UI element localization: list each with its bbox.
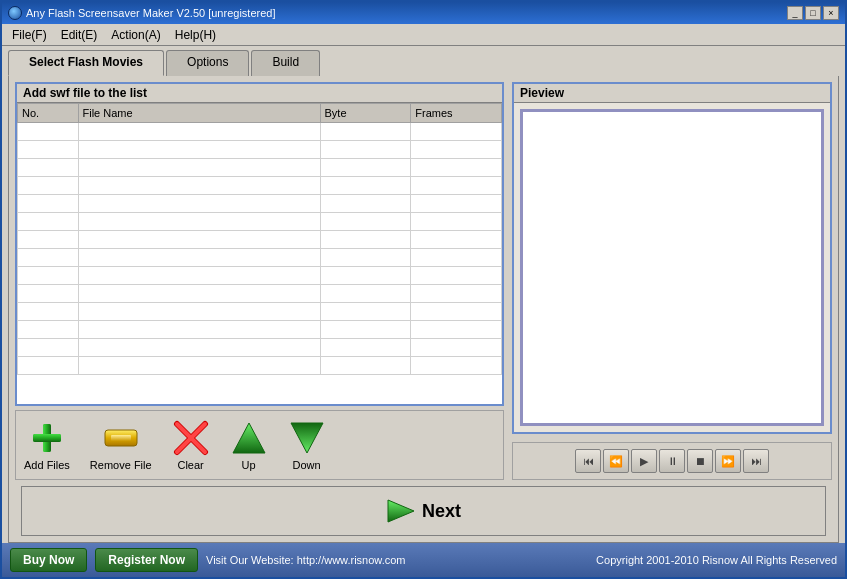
table-row xyxy=(18,357,502,375)
pause-button[interactable]: ⏸ xyxy=(659,449,685,473)
add-icon xyxy=(28,419,66,457)
buy-now-button[interactable]: Buy Now xyxy=(10,548,87,572)
svg-rect-5 xyxy=(111,435,131,441)
menu-help[interactable]: Help(H) xyxy=(169,26,222,44)
up-icon xyxy=(230,419,268,457)
col-frames: Frames xyxy=(411,104,502,123)
up-button[interactable]: Up xyxy=(230,419,268,471)
minimize-button[interactable]: _ xyxy=(787,6,803,20)
clear-label: Clear xyxy=(177,459,203,471)
col-filename: File Name xyxy=(78,104,320,123)
rewind-button[interactable]: ⏪ xyxy=(603,449,629,473)
table-row xyxy=(18,231,502,249)
preview-canvas xyxy=(520,109,824,426)
next-area: Next xyxy=(21,486,826,536)
first-button[interactable]: ⏮ xyxy=(575,449,601,473)
down-label: Down xyxy=(293,459,321,471)
action-buttons: Add Files xyxy=(15,410,504,480)
table-row xyxy=(18,213,502,231)
menu-action[interactable]: Action(A) xyxy=(105,26,166,44)
title-bar-text: Any Flash Screensaver Maker V2.50 [unreg… xyxy=(26,7,275,19)
fast-forward-button[interactable]: ⏩ xyxy=(715,449,741,473)
right-panel: Pieview ⏮ ⏪ ▶ ⏸ ⏹ ⏩ ⏭ xyxy=(512,82,832,480)
menu-file[interactable]: File(F) xyxy=(6,26,53,44)
title-bar-left: Any Flash Screensaver Maker V2.50 [unreg… xyxy=(8,6,275,20)
table-row xyxy=(18,141,502,159)
preview-group: Pieview xyxy=(512,82,832,434)
table-row xyxy=(18,321,502,339)
tab-select-flash-movies[interactable]: Select Flash Movies xyxy=(8,50,164,76)
panels-wrapper: Add swf file to the list No. File Name B… xyxy=(15,82,832,480)
tab-build[interactable]: Build xyxy=(251,50,320,76)
close-button[interactable]: × xyxy=(823,6,839,20)
add-files-button[interactable]: Add Files xyxy=(24,419,70,471)
clear-icon xyxy=(172,419,210,457)
file-table: No. File Name Byte Frames xyxy=(17,103,502,404)
next-arrow-icon xyxy=(386,497,418,525)
left-panel: Add swf file to the list No. File Name B… xyxy=(15,82,504,480)
title-bar: Any Flash Screensaver Maker V2.50 [unreg… xyxy=(2,2,845,24)
table-row xyxy=(18,303,502,321)
table-row xyxy=(18,123,502,141)
table-row xyxy=(18,195,502,213)
svg-marker-12 xyxy=(388,500,414,522)
stop-button[interactable]: ⏹ xyxy=(687,449,713,473)
app-window: Any Flash Screensaver Maker V2.50 [unreg… xyxy=(0,0,847,579)
file-list-body xyxy=(18,123,502,375)
title-bar-controls: _ □ × xyxy=(787,6,839,20)
playback-controls: ⏮ ⏪ ▶ ⏸ ⏹ ⏩ ⏭ xyxy=(512,442,832,480)
tab-content: Add swf file to the list No. File Name B… xyxy=(8,76,839,543)
down-icon xyxy=(288,419,326,457)
remove-icon xyxy=(102,419,140,457)
svg-rect-3 xyxy=(33,434,61,442)
remove-file-button[interactable]: Remove File xyxy=(90,419,152,471)
table-row xyxy=(18,159,502,177)
play-button[interactable]: ▶ xyxy=(631,449,657,473)
swf-group-title: Add swf file to the list xyxy=(17,84,502,103)
file-list-table: No. File Name Byte Frames xyxy=(17,103,502,375)
table-row xyxy=(18,339,502,357)
footer-website: Visit Our Website: http://www.risnow.com xyxy=(206,554,588,566)
table-row xyxy=(18,177,502,195)
clear-button[interactable]: Clear xyxy=(172,419,210,471)
maximize-button[interactable]: □ xyxy=(805,6,821,20)
svg-marker-11 xyxy=(291,423,323,453)
up-label: Up xyxy=(242,459,256,471)
register-now-button[interactable]: Register Now xyxy=(95,548,198,572)
svg-marker-10 xyxy=(233,423,265,453)
table-row xyxy=(18,285,502,303)
app-body: Select Flash Movies Options Build Add sw… xyxy=(2,46,845,543)
menu-edit[interactable]: Edit(E) xyxy=(55,26,104,44)
next-button[interactable]: Next xyxy=(386,497,461,525)
tab-options[interactable]: Options xyxy=(166,50,249,76)
table-row xyxy=(18,249,502,267)
add-files-label: Add Files xyxy=(24,459,70,471)
table-row xyxy=(18,267,502,285)
menu-bar: File(F) Edit(E) Action(A) Help(H) xyxy=(2,24,845,46)
remove-file-label: Remove File xyxy=(90,459,152,471)
swf-group: Add swf file to the list No. File Name B… xyxy=(15,82,504,406)
col-byte: Byte xyxy=(320,104,411,123)
down-button[interactable]: Down xyxy=(288,419,326,471)
col-no: No. xyxy=(18,104,79,123)
app-icon xyxy=(8,6,22,20)
preview-title: Pieview xyxy=(514,84,830,103)
footer: Buy Now Register Now Visit Our Website: … xyxy=(2,543,845,577)
next-label: Next xyxy=(422,501,461,522)
last-button[interactable]: ⏭ xyxy=(743,449,769,473)
footer-copyright: Copyright 2001-2010 Risnow All Rights Re… xyxy=(596,554,837,566)
tabs: Select Flash Movies Options Build xyxy=(8,50,839,76)
